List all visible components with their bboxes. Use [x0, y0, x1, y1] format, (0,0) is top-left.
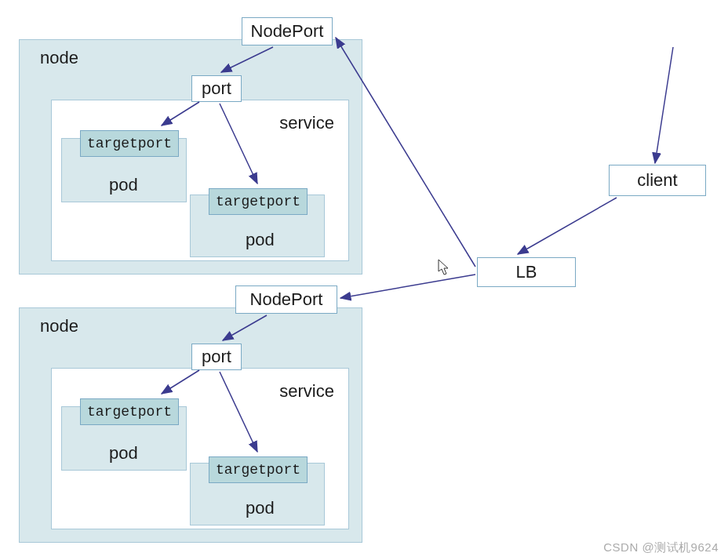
nodeport-1-label: NodePort: [251, 21, 324, 42]
service-1-box: service pod targetport pod targetport: [51, 100, 349, 261]
port-2-box: port: [191, 344, 242, 370]
targetport-2-2-box: targetport: [209, 456, 308, 483]
targetport-2-2-label: targetport: [216, 462, 300, 478]
node-2-box: node service pod targetport pod targetpo…: [19, 307, 362, 543]
service-1-label: service: [279, 113, 334, 133]
service-2-box: service pod targetport pod targetport: [51, 368, 349, 529]
client-label: client: [637, 170, 677, 191]
node-1-label: node: [40, 48, 78, 68]
targetport-2-1-label: targetport: [87, 404, 172, 420]
nodeport-1-box: NodePort: [242, 17, 333, 45]
pod-2-1-label: pod: [109, 443, 138, 464]
node-1-box: node service pod targetport pod targetpo…: [19, 39, 362, 275]
service-2-label: service: [279, 381, 334, 402]
port-1-label: port: [202, 78, 231, 99]
svg-line-1: [655, 47, 673, 163]
watermark: CSDN @测试机9624: [603, 540, 719, 555]
mouse-cursor-icon: [438, 259, 450, 276]
lb-box: LB: [477, 257, 576, 287]
lb-label: LB: [516, 262, 537, 282]
targetport-1-1-label: targetport: [87, 136, 172, 151]
targetport-1-1-box: targetport: [80, 130, 179, 157]
node-2-label: node: [40, 316, 78, 336]
svg-line-4: [340, 275, 475, 298]
pod-2-2-label: pod: [246, 498, 275, 518]
port-2-label: port: [202, 347, 231, 367]
targetport-1-2-label: targetport: [216, 194, 300, 209]
targetport-2-1-box: targetport: [80, 398, 179, 425]
pod-1-2-label: pod: [246, 230, 275, 250]
nodeport-2-label: NodePort: [250, 289, 323, 310]
nodeport-2-box: NodePort: [235, 285, 337, 314]
pod-1-1-label: pod: [109, 175, 138, 195]
targetport-1-2-box: targetport: [209, 188, 308, 215]
port-1-box: port: [191, 75, 242, 102]
client-box: client: [609, 165, 706, 196]
svg-line-2: [518, 198, 617, 254]
